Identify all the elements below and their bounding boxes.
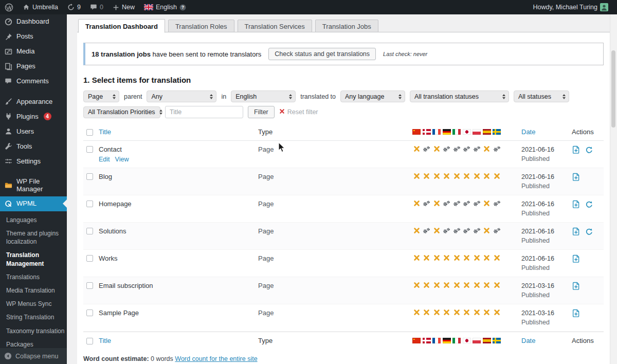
status-not-translated-icon[interactable] xyxy=(452,173,461,179)
status-not-translated-icon[interactable] xyxy=(483,309,491,316)
status-not-translated-icon[interactable] xyxy=(412,200,421,207)
add-translation-icon[interactable] xyxy=(572,282,580,290)
filter-button[interactable]: Filter xyxy=(248,106,275,118)
check-status-button[interactable]: Check status and get translations xyxy=(268,48,376,60)
updates-button[interactable]: 9 xyxy=(63,0,85,14)
sidebar-item-tools[interactable]: Tools xyxy=(0,139,67,154)
status-not-translated-icon[interactable] xyxy=(432,309,441,316)
target-language-select[interactable]: Any language xyxy=(340,90,405,102)
column-title-sort[interactable]: Title xyxy=(99,337,258,344)
status-not-translated-icon[interactable] xyxy=(412,254,421,261)
status-not-translated-icon[interactable] xyxy=(493,254,501,261)
column-date-sort[interactable]: Date xyxy=(521,337,572,344)
status-not-translated-icon[interactable] xyxy=(443,282,451,288)
select-all-checkbox[interactable] xyxy=(86,129,93,136)
row-checkbox[interactable] xyxy=(86,282,93,289)
comments-button[interactable]: 0 xyxy=(85,0,108,14)
account-menu[interactable]: Howdy, Michael Turing xyxy=(528,0,613,14)
submenu-item-theme-and-plugins-localization[interactable]: Theme and plugins localization xyxy=(0,227,67,248)
status-in-progress-icon[interactable] xyxy=(493,146,501,152)
scrollbar-thumb[interactable] xyxy=(611,50,615,128)
sidebar-item-pages[interactable]: Pages xyxy=(0,59,67,74)
tab-translation-roles[interactable]: Translation Roles xyxy=(168,20,234,32)
status-not-translated-icon[interactable] xyxy=(463,254,471,261)
status-not-translated-icon[interactable] xyxy=(452,282,461,288)
language-switcher[interactable]: English ? xyxy=(139,0,191,14)
status-in-progress-icon[interactable] xyxy=(452,228,461,234)
status-not-translated-icon[interactable] xyxy=(473,173,481,179)
vertical-scrollbar[interactable] xyxy=(610,14,617,364)
sync-icon[interactable] xyxy=(585,201,593,208)
sync-icon[interactable] xyxy=(585,228,593,235)
status-not-translated-icon[interactable] xyxy=(432,200,441,207)
status-in-progress-icon[interactable] xyxy=(423,146,431,152)
row-checkbox[interactable] xyxy=(86,146,93,153)
status-in-progress-icon[interactable] xyxy=(443,146,451,152)
status-not-translated-icon[interactable] xyxy=(412,173,421,179)
reset-filter-link[interactable]: Reset filter xyxy=(279,108,318,116)
sidebar-item-wpml[interactable]: WPML xyxy=(0,196,67,211)
row-checkbox[interactable] xyxy=(86,255,93,262)
status-not-translated-icon[interactable] xyxy=(463,309,471,316)
priority-select[interactable]: All Translation Priorities xyxy=(83,106,160,118)
status-in-progress-icon[interactable] xyxy=(473,201,481,207)
status-not-translated-icon[interactable] xyxy=(423,309,431,316)
sidebar-item-appearance[interactable]: Appearance xyxy=(0,94,67,109)
status-not-translated-icon[interactable] xyxy=(432,227,441,234)
add-translation-icon[interactable] xyxy=(572,309,580,318)
submenu-item-string-translation[interactable]: String Translation xyxy=(0,311,67,324)
wordpress-menu-button[interactable] xyxy=(0,0,18,14)
status-in-progress-icon[interactable] xyxy=(463,201,471,207)
row-checkbox[interactable] xyxy=(86,201,93,207)
sidebar-item-posts[interactable]: Posts xyxy=(0,29,67,44)
source-language-select[interactable]: English xyxy=(231,90,296,102)
status-not-translated-icon[interactable] xyxy=(412,309,421,316)
add-translation-icon[interactable] xyxy=(572,227,580,236)
select-all-checkbox[interactable] xyxy=(86,338,93,344)
status-not-translated-icon[interactable] xyxy=(483,282,491,288)
status-in-progress-icon[interactable] xyxy=(463,228,471,234)
status-not-translated-icon[interactable] xyxy=(483,173,491,179)
row-checkbox[interactable] xyxy=(86,228,93,234)
status-not-translated-icon[interactable] xyxy=(473,282,481,288)
status-in-progress-icon[interactable] xyxy=(423,228,431,234)
status-in-progress-icon[interactable] xyxy=(473,146,481,152)
row-checkbox[interactable] xyxy=(86,310,93,316)
status-not-translated-icon[interactable] xyxy=(483,200,491,207)
status-not-translated-icon[interactable] xyxy=(493,173,501,179)
title-filter-input[interactable] xyxy=(165,106,243,118)
submenu-item-languages[interactable]: Languages xyxy=(0,213,67,227)
status-not-translated-icon[interactable] xyxy=(412,227,421,234)
publication-status-select[interactable]: All statuses xyxy=(514,90,569,102)
status-not-translated-icon[interactable] xyxy=(463,173,471,179)
translation-status-select[interactable]: All translation statuses xyxy=(410,90,509,102)
status-in-progress-icon[interactable] xyxy=(493,201,501,207)
add-translation-icon[interactable] xyxy=(572,200,580,209)
site-link[interactable]: Umbrella xyxy=(18,0,63,14)
submenu-item-media-translation[interactable]: Media Translation xyxy=(0,284,67,297)
row-checkbox[interactable] xyxy=(86,173,93,180)
submenu-item-translations[interactable]: Translations xyxy=(0,270,67,284)
status-not-translated-icon[interactable] xyxy=(483,254,491,261)
status-not-translated-icon[interactable] xyxy=(483,227,491,234)
status-not-translated-icon[interactable] xyxy=(432,254,441,261)
tab-translation-dashboard[interactable]: Translation Dashboard xyxy=(78,19,165,33)
row-link-edit[interactable]: Edit xyxy=(99,156,110,163)
status-not-translated-icon[interactable] xyxy=(443,254,451,261)
status-not-translated-icon[interactable] xyxy=(452,254,461,261)
status-not-translated-icon[interactable] xyxy=(432,145,441,152)
add-translation-icon[interactable] xyxy=(572,173,580,181)
column-title-sort[interactable]: Title xyxy=(99,128,258,136)
status-not-translated-icon[interactable] xyxy=(423,282,431,288)
status-not-translated-icon[interactable] xyxy=(443,173,451,179)
submenu-item-translation-management[interactable]: Translation Management xyxy=(0,248,67,270)
submenu-item-wp-menus-sync[interactable]: WP Menus Sync xyxy=(0,297,67,311)
status-not-translated-icon[interactable] xyxy=(452,309,461,316)
status-in-progress-icon[interactable] xyxy=(443,228,451,234)
collapse-menu-button[interactable]: Collapse menu xyxy=(0,348,67,364)
tab-translation-jobs[interactable]: Translation Jobs xyxy=(315,20,378,32)
status-in-progress-icon[interactable] xyxy=(423,201,431,207)
status-not-translated-icon[interactable] xyxy=(493,309,501,316)
status-not-translated-icon[interactable] xyxy=(432,173,441,179)
status-not-translated-icon[interactable] xyxy=(412,145,421,152)
